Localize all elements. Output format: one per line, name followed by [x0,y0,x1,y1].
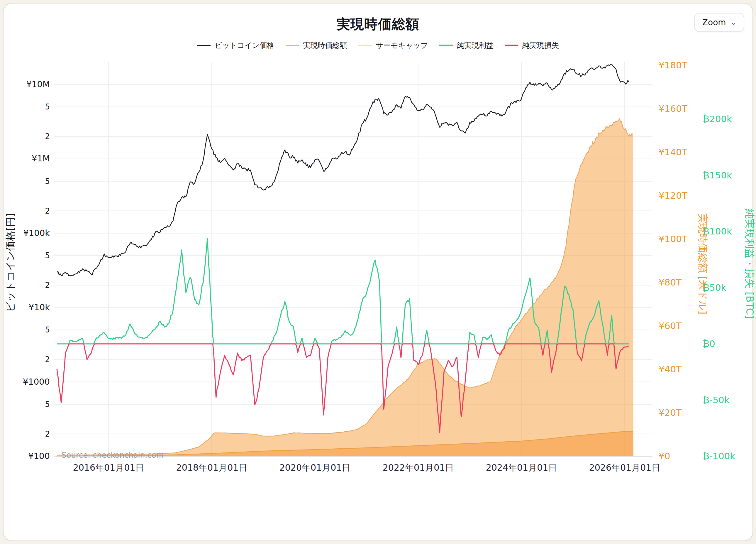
chart-legend: ビットコイン価格実現時価総額サーモキャップ純実現利益純実現損失 [0,40,756,50]
zoom-button-label: Zoom [702,18,726,27]
x-axis-tick-label: 2026年01月01日 [589,462,660,473]
left-axis-tick-label: ¥10M [26,79,50,89]
left-axis-tick-label: 2 [45,206,50,215]
chart-plot-area[interactable]: ¥10M52¥1M52¥100k52¥10k52¥100052¥100¥180T… [0,0,756,544]
right-axis-cap-tick-label: ¥60T [659,321,682,331]
right-axis-btc-tick-label: ₿200k [703,113,732,124]
legend-item-label: 純実現利益 [457,40,494,50]
chevron-down-icon: ⌄ [731,19,736,26]
left-axis-tick-label: 5 [45,177,50,186]
chart-title: 実現時価総額 [0,15,756,33]
legend-item-label: サーモキャップ [376,40,428,50]
legend-item-0[interactable]: ビットコイン価格 [197,40,274,50]
x-axis-tick-label: 2024年01月01日 [486,462,557,473]
legend-swatch-icon [197,45,211,46]
legend-item-label: ビットコイン価格 [215,40,274,50]
x-axis-tick-label: 2016年01月01日 [73,462,144,473]
right-axis-btc-tick-label: ₿0 [703,338,715,349]
source-label: Source: checkonchain.com [62,451,164,460]
legend-swatch-icon [505,45,518,46]
left-axis-tick-label: 2 [45,281,50,290]
right-axis-btc-tick-label: ₿-50k [703,395,730,405]
left-axis-tick-label: 5 [45,400,50,409]
zoom-dropdown-button[interactable]: Zoom ⌄ [694,13,744,32]
left-axis-tick-label: 5 [45,102,50,111]
realized-cap-area [57,119,633,457]
right-axis-cap-tick-label: ¥160T [659,103,688,114]
right-axis-cap-tick-label: ¥180T [659,60,688,70]
legend-item-3[interactable]: 純実現利益 [439,40,494,50]
left-axis-tick-label: ¥10k [29,302,50,312]
left-axis-tick-label: 5 [45,251,50,260]
legend-swatch-icon [358,45,372,46]
right-axis-cap-tick-label: ¥40T [659,364,682,375]
x-axis-tick-label: 2020年01月01日 [279,462,351,473]
right-axis-cap-tick-label: ¥80T [659,277,682,288]
legend-item-label: 実現時価総額 [303,40,347,50]
right-axis-btc-tick-label: ₿150k [703,170,732,180]
legend-item-4[interactable]: 純実現損失 [505,40,559,50]
legend-item-2[interactable]: サーモキャップ [358,40,428,50]
left-axis-tick-label: ¥1M [32,153,50,163]
left-axis-tick-label: ¥100k [23,228,50,238]
bitcoin-price-line [57,64,629,276]
right-axis-btc-tick-label: ₿-100k [703,451,735,461]
left-axis-tick-label: ¥100 [28,451,50,461]
x-axis-tick-label: 2022年01月01日 [383,462,454,473]
right-axis-cap-tick-label: ¥120T [659,190,688,201]
left-axis-title: ビットコイン価格[円] [4,213,17,313]
right-axis-cap-tick-label: ¥100T [659,233,688,244]
left-axis-tick-label: 2 [45,355,50,364]
legend-swatch-icon [286,45,299,46]
right-axis-cap-tick-label: ¥0 [659,451,670,461]
left-axis-tick-label: 2 [45,430,50,438]
legend-swatch-icon [439,45,453,46]
right-axis-title-realized-cap: 実現時価総額 [米ドル] [696,211,709,317]
left-axis-tick-label: 5 [45,326,50,334]
legend-item-label: 純実現損失 [522,40,559,50]
x-axis-tick-label: 2018年01月01日 [176,462,248,473]
right-axis-cap-tick-label: ¥20T [659,407,682,418]
legend-item-1[interactable]: 実現時価総額 [286,40,347,50]
left-axis-tick-label: 2 [45,132,50,141]
right-axis-title-net-profit-loss: 純実現利益・損失 [BTC] [743,208,756,320]
left-axis-tick-label: ¥1000 [23,377,50,387]
right-axis-cap-tick-label: ¥140T [659,147,688,157]
